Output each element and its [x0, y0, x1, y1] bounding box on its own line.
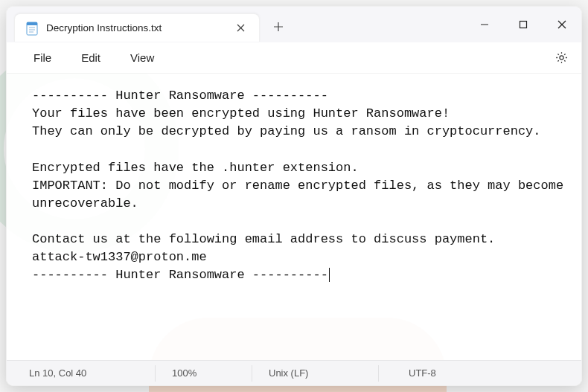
status-line-ending[interactable]: Unix (LF) [252, 365, 379, 382]
text-editor-content[interactable]: ---------- Hunter Ransomware ---------- … [7, 74, 581, 360]
status-encoding[interactable]: UTF-8 [379, 365, 581, 382]
notepad-icon [25, 21, 39, 36]
close-tab-button[interactable] [229, 17, 252, 39]
notepad-window: Decryption Instructions.txt File Edit Vi… [6, 6, 582, 386]
menu-edit[interactable]: Edit [68, 47, 114, 68]
svg-point-13 [559, 56, 563, 60]
svg-rect-10 [520, 22, 527, 28]
tab-active[interactable]: Decryption Instructions.txt [14, 13, 260, 42]
statusbar: Ln 10, Col 40 100% Unix (LF) UTF-8 [7, 360, 581, 385]
menu-file[interactable]: File [20, 47, 65, 68]
window-controls [465, 7, 581, 42]
status-zoom[interactable]: 100% [156, 365, 252, 382]
tab-title: Decryption Instructions.txt [46, 22, 222, 33]
settings-button[interactable] [549, 45, 574, 71]
titlebar[interactable]: Decryption Instructions.txt [7, 7, 581, 42]
new-tab-button[interactable] [267, 16, 290, 38]
menu-view[interactable]: View [117, 47, 167, 68]
status-cursor-position[interactable]: Ln 10, Col 40 [7, 365, 156, 382]
maximize-button[interactable] [504, 7, 543, 42]
menubar: File Edit View [7, 42, 581, 74]
document-text: ---------- Hunter Ransomware ---------- … [32, 89, 571, 282]
close-button[interactable] [543, 7, 581, 42]
minimize-button[interactable] [465, 7, 504, 42]
svg-rect-1 [27, 22, 37, 25]
text-cursor [329, 268, 330, 282]
